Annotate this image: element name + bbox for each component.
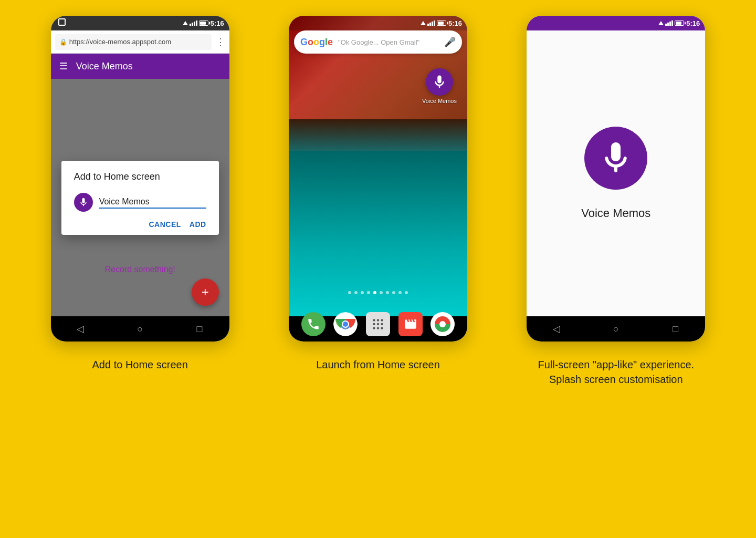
wifi-icon [183,21,188,25]
status-icons-2 [421,20,446,26]
back-button-3[interactable]: ◁ [546,318,567,339]
google-mic-icon[interactable]: 🎤 [444,36,456,48]
dock-video-icon[interactable] [398,312,423,336]
svg-point-5 [377,319,379,321]
svg-point-11 [377,327,379,329]
battery-icon-3 [675,20,684,26]
home-button-1[interactable]: ○ [130,318,151,339]
captions-row: Add to Home screen Launch from Home scre… [32,357,724,387]
wifi-icon-2 [421,21,426,25]
dot-10 [405,291,408,294]
caption-2: Launch from Home screen [269,357,486,387]
record-text: Record something! [105,265,175,274]
video-svg [404,317,417,331]
wallpaper [289,16,467,316]
caption-3: Full-screen "app-like" experience.Splash… [508,357,724,387]
cancel-button[interactable]: CANCEL [149,220,181,229]
signal-icon [190,20,197,26]
dock-gallery-icon[interactable] [430,312,455,336]
dot-3 [361,291,364,294]
google-logo: Google [300,37,333,48]
dock-launcher-icon[interactable] [366,312,390,336]
wifi-icon-3 [658,21,664,25]
dialog-title: Add to Home screen [74,171,206,182]
voice-memos-home-label: Voice Memos [422,98,457,104]
phone2-container: 5:16 Google "Ok Google... Open Gmail" 🎤 [269,16,486,342]
page-dots [348,291,408,294]
status-icons-3 [658,20,684,26]
phone3: 5:16 Voice Memos ◁ ○ □ [527,16,705,342]
url-text: https://voice-memos.appspot.com [69,38,171,46]
mic-svg [78,197,89,208]
content-area-1: Add to Home screen CANCEL ADD [51,79,229,316]
svg-point-12 [381,327,383,329]
dock [289,312,467,336]
gallery-svg [433,315,452,334]
nav-bar-1: ◁ ○ □ [51,316,229,342]
dot-5 [373,291,376,294]
url-box[interactable]: 🔒 https://voice-memos.appspot.com [55,34,212,50]
battery-icon [199,20,208,26]
notification-icon [58,18,66,26]
wallpaper-divider [289,119,467,151]
dot-9 [398,291,402,294]
recents-button-3[interactable]: □ [665,318,686,339]
dot-6 [380,291,383,294]
svg-point-3 [343,322,348,327]
hamburger-icon[interactable]: ☰ [59,60,68,72]
google-search-bar[interactable]: Google "Ok Google... Open Gmail" 🎤 [294,30,462,54]
status-time-3: 5:16 [686,19,700,27]
svg-point-8 [377,323,379,325]
signal-icon-3 [665,20,673,26]
home-screen: 5:16 Google "Ok Google... Open Gmail" 🎤 [289,16,467,342]
splash-icon [584,127,647,190]
voice-memos-app-icon[interactable] [426,68,453,96]
mic-svg-home [432,74,447,90]
svg-point-4 [373,319,375,321]
splash-content: Voice Memos [527,30,705,316]
dot-1 [348,291,351,294]
battery-icon-2 [437,20,446,26]
recents-button-1[interactable]: □ [189,318,210,339]
lock-icon: 🔒 [59,38,67,46]
fab-button[interactable]: + [192,278,219,306]
dialog-input-row [74,193,206,212]
signal-icon-2 [427,20,435,26]
phone-svg [307,317,320,331]
phone1: 5:16 🔒 https://voice-memos.appspot.com ⋮… [51,16,229,342]
phones-row: 5:16 🔒 https://voice-memos.appspot.com ⋮… [32,16,724,342]
svg-point-6 [381,319,383,321]
caption-1: Add to Home screen [32,357,248,387]
dock-phone-icon[interactable] [301,312,326,336]
status-bar-left-1 [58,18,66,28]
home-button-3[interactable]: ○ [605,318,626,339]
voice-memos-home-icon[interactable]: Voice Memos [422,68,457,104]
svg-point-10 [373,327,375,329]
chrome-bar: 🔒 https://voice-memos.appspot.com ⋮ [51,30,229,54]
dot-2 [354,291,358,294]
phone3-container: 5:16 Voice Memos ◁ ○ □ [508,16,724,342]
dialog-input[interactable] [99,196,206,209]
google-search-text[interactable]: "Ok Google... Open Gmail" [338,38,444,46]
launcher-svg [371,317,385,331]
dock-chrome-icon[interactable] [333,312,358,336]
dot-7 [386,291,389,294]
mic-icon-dialog [74,193,93,212]
app-bar-title: Voice Memos [76,61,133,72]
svg-point-7 [373,323,375,325]
nav-bar-3: ◁ ○ □ [527,316,705,342]
svg-point-14 [439,321,446,327]
phone2: 5:16 Google "Ok Google... Open Gmail" 🎤 [289,16,467,342]
add-button[interactable]: ADD [190,220,206,229]
mic-svg-splash [597,139,635,177]
dot-4 [367,291,370,294]
status-bar-1: 5:16 [51,16,229,30]
app-bar: ☰ Voice Memos [51,54,229,79]
more-icon[interactable]: ⋮ [216,36,225,48]
status-bar-2: 5:16 [289,16,467,30]
dot-8 [392,291,395,294]
back-button-1[interactable]: ◁ [70,318,91,339]
status-icons-1 [183,20,208,26]
dialog-buttons: CANCEL ADD [74,220,206,229]
phone1-container: 5:16 🔒 https://voice-memos.appspot.com ⋮… [32,16,248,342]
